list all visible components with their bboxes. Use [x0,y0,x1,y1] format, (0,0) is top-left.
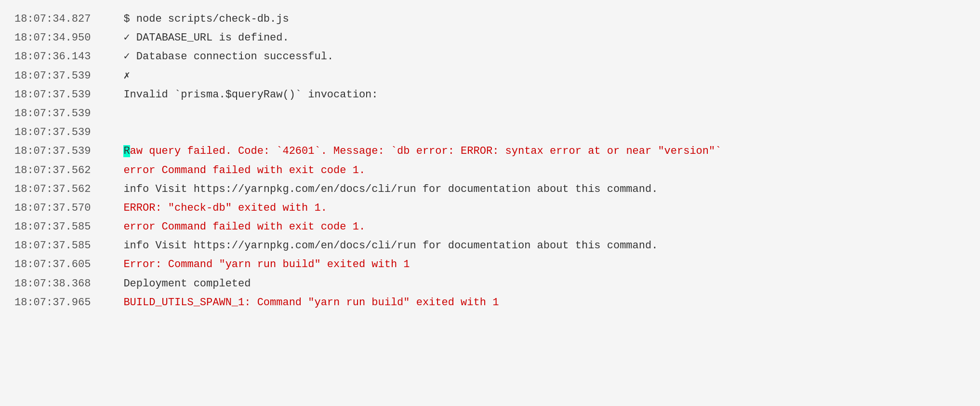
log-line: 18:07:37.562 info Visit https://yarnpkg.… [14,180,966,199]
log-timestamp: 18:07:37.570 [14,200,111,217]
log-timestamp: 18:07:37.585 [14,218,111,235]
log-text: Raw query failed. Code: `42601`. Message… [111,143,966,160]
log-line: 18:07:37.539 Invalid `prisma.$queryRaw()… [14,85,966,104]
log-text: ✓ Database connection successful. [111,48,966,65]
log-timestamp: 18:07:36.143 [14,48,111,65]
log-line: 18:07:34.827 $ node scripts/check-db.js [14,10,966,28]
log-timestamp: 18:07:37.539 [14,124,111,141]
log-text: Error: Command "yarn run build" exited w… [111,256,966,273]
log-text: info Visit https://yarnpkg.com/en/docs/c… [111,237,966,254]
log-text: Invalid `prisma.$queryRaw()` invocation: [111,86,966,103]
log-line: 18:07:37.539 Raw query failed. Code: `42… [14,142,966,161]
log-line: 18:07:37.585 error Command failed with e… [14,217,966,236]
log-line: 18:07:36.143 ✓ Database connection succe… [14,47,966,66]
log-timestamp: 18:07:34.950 [14,29,111,46]
log-line: 18:07:38.368 Deployment completed [14,274,966,293]
log-timestamp: 18:07:37.539 [14,105,111,122]
log-text: $ node scripts/check-db.js [111,11,966,27]
log-line: 18:07:37.539 ✗ [14,67,966,85]
log-timestamp: 18:07:38.368 [14,275,111,292]
log-line: 18:07:37.605 Error: Command "yarn run bu… [14,255,966,274]
cursor-highlight: R [123,145,130,157]
log-container: 18:07:34.827 $ node scripts/check-db.js1… [14,10,966,312]
log-text: ✗ [111,68,966,84]
log-text: error Command failed with exit code 1. [111,218,966,235]
log-line: 18:07:37.585 info Visit https://yarnpkg.… [14,236,966,255]
log-text: error Command failed with exit code 1. [111,162,966,179]
log-text: info Visit https://yarnpkg.com/en/docs/c… [111,181,966,198]
log-text: BUILD_UTILS_SPAWN_1: Command "yarn run b… [111,294,966,311]
log-line: 18:07:37.570 ERROR: "check-db" exited wi… [14,199,966,217]
log-timestamp: 18:07:34.827 [14,11,111,27]
log-line: 18:07:34.950 ✓ DATABASE_URL is defined. [14,28,966,47]
log-timestamp: 18:07:37.539 [14,143,111,160]
log-line: 18:07:37.562 error Command failed with e… [14,161,966,180]
log-text: Deployment completed [111,275,966,292]
log-timestamp: 18:07:37.539 [14,86,111,103]
log-text: ✓ DATABASE_URL is defined. [111,29,966,46]
log-timestamp: 18:07:37.585 [14,237,111,254]
log-text: ERROR: "check-db" exited with 1. [111,200,966,217]
log-timestamp: 18:07:37.562 [14,162,111,179]
log-timestamp: 18:07:37.562 [14,181,111,198]
log-timestamp: 18:07:37.539 [14,68,111,84]
log-line: 18:07:37.965 BUILD_UTILS_SPAWN_1: Comman… [14,293,966,312]
log-line: 18:07:37.539 [14,104,966,123]
log-line: 18:07:37.539 [14,123,966,142]
log-timestamp: 18:07:37.605 [14,256,111,273]
log-timestamp: 18:07:37.965 [14,294,111,311]
